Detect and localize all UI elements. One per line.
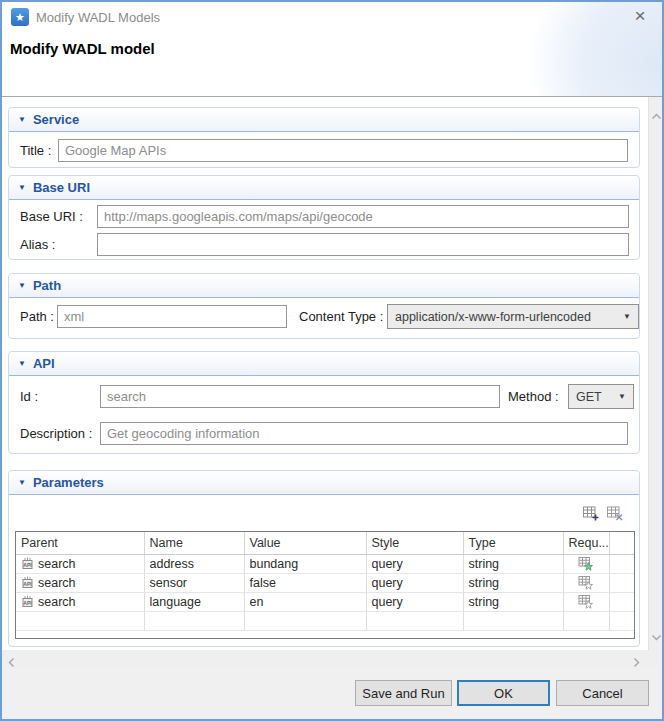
cell-value: false <box>244 573 366 592</box>
cell-filler <box>609 573 634 592</box>
collapse-arrow-icon: ▼ <box>18 281 26 290</box>
scroll-down-icon[interactable] <box>650 627 662 645</box>
cell-style: query <box>366 592 463 611</box>
cell-parent: search <box>38 576 76 590</box>
section-header-parameters[interactable]: ▼ Parameters <box>9 471 639 495</box>
vertical-scrollbar[interactable] <box>648 97 662 650</box>
section-title-path: Path <box>33 278 61 293</box>
section-title-service: Service <box>33 112 79 127</box>
section-header-base-uri[interactable]: ▼ Base URI <box>9 176 639 200</box>
cell-type: string <box>463 573 563 592</box>
section-header-api[interactable]: ▼ API <box>9 352 639 376</box>
ok-button[interactable]: OK <box>457 680 550 706</box>
cell-name: address <box>144 554 244 573</box>
section-service: ▼ Service Title : <box>8 107 640 168</box>
table-row[interactable]: API search sensor false query string <box>16 573 634 592</box>
id-label: Id : <box>20 385 38 408</box>
svg-text:API: API <box>23 562 32 568</box>
content-area: ▼ Service Title : ▼ Base URI Base URI : … <box>2 97 662 650</box>
table-row[interactable]: API search language en query string <box>16 592 634 611</box>
path-input[interactable] <box>57 305 287 328</box>
section-parameters: ▼ Parameters <box>8 470 640 647</box>
collapse-arrow-icon: ▼ <box>18 115 26 124</box>
cell-style: query <box>366 573 463 592</box>
app-icon: ★ <box>11 8 29 26</box>
api-icon: API <box>21 557 34 570</box>
api-icon: API <box>21 576 34 589</box>
cell-name: language <box>144 592 244 611</box>
column-header-required[interactable]: Requ... <box>563 532 609 554</box>
column-header-value[interactable]: Value <box>244 532 366 554</box>
cell-filler <box>609 592 634 611</box>
cell-style: query <box>366 554 463 573</box>
cell-value: bundang <box>244 554 366 573</box>
cancel-button[interactable]: Cancel <box>556 680 649 706</box>
column-header-style[interactable]: Style <box>366 532 463 554</box>
parameters-table[interactable]: Parent Name Value Style Type Requ... <box>15 531 635 639</box>
cell-filler <box>609 554 634 573</box>
collapse-arrow-icon: ▼ <box>18 478 26 487</box>
svg-text:API: API <box>23 581 32 587</box>
content-type-value: application/x-www-form-urlencoded <box>395 310 591 324</box>
base-uri-label: Base URI : <box>20 205 83 228</box>
cell-value: en <box>244 592 366 611</box>
table-row[interactable]: API search address bundang query string <box>16 554 634 573</box>
button-bar: Save and Run OK Cancel <box>2 667 662 719</box>
required-toggle-icon[interactable] <box>578 556 594 572</box>
alias-input[interactable] <box>97 233 629 256</box>
dropdown-arrow-icon: ▼ <box>623 312 631 321</box>
column-header-name[interactable]: Name <box>144 532 244 554</box>
path-label: Path : <box>20 305 54 328</box>
section-base-uri: ▼ Base URI Base URI : Alias : <box>8 175 640 260</box>
remove-parameter-icon[interactable] <box>606 504 624 522</box>
title-input[interactable] <box>58 139 628 162</box>
cell-parent: search <box>38 557 76 571</box>
cell-type: string <box>463 554 563 573</box>
method-label: Method : <box>508 385 559 408</box>
api-icon: API <box>21 595 34 608</box>
content-type-label: Content Type : <box>299 305 383 328</box>
section-title-api: API <box>33 356 55 371</box>
dialog-banner: ★ Modify WADL Models × Modify WADL model <box>2 2 662 96</box>
section-title-base-uri: Base URI <box>33 180 90 195</box>
base-uri-input[interactable] <box>97 205 629 228</box>
id-input[interactable] <box>100 385 500 408</box>
cell-type: string <box>463 592 563 611</box>
table-header-row: Parent Name Value Style Type Requ... <box>16 532 634 554</box>
column-header-type[interactable]: Type <box>463 532 563 554</box>
required-toggle-icon[interactable] <box>578 575 594 591</box>
cell-parent: search <box>38 595 76 609</box>
horizontal-scrollbar[interactable] <box>2 650 662 667</box>
table-row-empty[interactable] <box>16 611 634 630</box>
page-title: Modify WADL model <box>10 40 155 57</box>
dropdown-arrow-icon: ▼ <box>618 392 626 401</box>
section-path: ▼ Path Path : Content Type : application… <box>8 273 640 339</box>
section-header-path[interactable]: ▼ Path <box>9 274 639 298</box>
description-input[interactable] <box>100 422 628 445</box>
collapse-arrow-icon: ▼ <box>18 359 26 368</box>
required-toggle-icon[interactable] <box>578 594 594 610</box>
method-value: GET <box>576 390 602 404</box>
modify-wadl-models-dialog: ★ Modify WADL Models × Modify WADL model… <box>0 0 664 721</box>
content-type-dropdown[interactable]: application/x-www-form-urlencoded ▼ <box>387 304 639 329</box>
method-dropdown[interactable]: GET ▼ <box>568 384 634 409</box>
save-and-run-button[interactable]: Save and Run <box>355 680 452 706</box>
alias-label: Alias : <box>20 233 55 256</box>
section-api: ▼ API Id : Method : GET ▼ Description : <box>8 351 640 454</box>
collapse-arrow-icon: ▼ <box>18 183 26 192</box>
cell-name: sensor <box>144 573 244 592</box>
add-parameter-icon[interactable] <box>582 504 600 522</box>
section-title-parameters: Parameters <box>33 475 104 490</box>
titlebar: ★ Modify WADL Models × <box>2 2 662 32</box>
scroll-up-icon[interactable] <box>650 106 662 124</box>
window-title: Modify WADL Models <box>36 10 160 25</box>
column-header-filler <box>609 532 634 554</box>
close-icon[interactable]: × <box>630 6 650 26</box>
title-label: Title : <box>20 139 51 162</box>
svg-text:API: API <box>23 600 32 606</box>
column-header-parent[interactable]: Parent <box>16 532 144 554</box>
description-label: Description : <box>20 422 92 445</box>
section-header-service[interactable]: ▼ Service <box>9 108 639 132</box>
